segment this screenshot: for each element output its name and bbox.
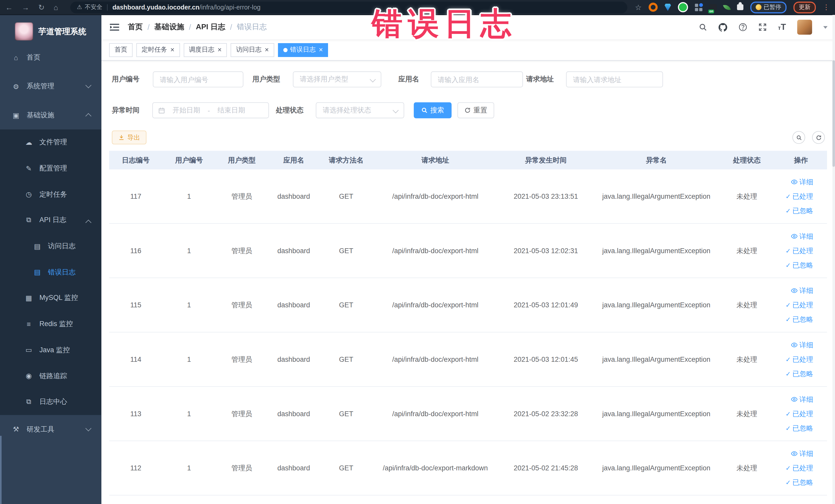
process-status-select[interactable]: 请选择处理状态 <box>316 102 404 118</box>
extension-orange-icon[interactable] <box>649 3 658 12</box>
check-icon: ✓ <box>786 425 791 431</box>
action-详细[interactable]: 详细 <box>791 177 813 187</box>
sidebar-item-首页[interactable]: ⌂首页 <box>0 43 101 72</box>
action-已忽略[interactable]: ✓已忽略 <box>786 423 813 433</box>
tab-close-icon[interactable]: × <box>170 46 175 54</box>
home-icon[interactable]: ⌂ <box>54 3 58 11</box>
tab-错误日志[interactable]: 错误日志× <box>278 43 328 57</box>
page-scrollbar-thumb[interactable] <box>832 60 835 167</box>
action-已处理[interactable]: ✓已处理 <box>786 409 813 419</box>
breadcrumb-item-基础设施[interactable]: 基础设施 <box>154 22 184 32</box>
paused-label: 已暂停 <box>763 3 781 11</box>
forward-icon[interactable]: → <box>22 3 29 11</box>
tab-close-icon[interactable]: × <box>218 46 222 54</box>
refresh-table-button[interactable] <box>812 131 825 144</box>
extension-green-icon[interactable] <box>678 2 688 12</box>
extension-shield-icon[interactable] <box>665 3 671 11</box>
action-已忽略[interactable]: ✓已忽略 <box>786 315 813 324</box>
export-button[interactable]: 导出 <box>112 130 147 144</box>
search-icon[interactable] <box>699 23 707 31</box>
bookmark-star-icon[interactable]: ☆ <box>635 3 642 11</box>
check-icon: ✓ <box>786 316 791 323</box>
chevron-down-icon <box>393 107 399 113</box>
cloud-icon: ☁ <box>24 138 33 146</box>
sidebar-item-Redis 监控[interactable]: ≡Redis 监控 <box>0 311 101 337</box>
request-url-input[interactable] <box>566 72 663 87</box>
cell-user_id: 1 <box>162 355 216 363</box>
error-log-table: 日志编号用户编号用户类型应用名请求方法名请求地址异常发生时间异常名处理状态操作 … <box>109 151 827 496</box>
action-详细[interactable]: 详细 <box>791 449 813 458</box>
font-size-icon[interactable]: тT <box>778 23 786 31</box>
sidebar-item-链路追踪[interactable]: ◉链路追踪 <box>0 363 101 389</box>
sidebar-item-研发工具[interactable]: ⚒研发工具 <box>0 415 101 444</box>
update-pill[interactable]: 更新 <box>793 1 816 13</box>
tab-调度日志[interactable]: 调度日志× <box>184 43 227 57</box>
action-已处理[interactable]: ✓已处理 <box>786 246 813 256</box>
page-scrollbar-track[interactable] <box>832 15 835 504</box>
sidebar-scrollbar-thumb[interactable] <box>0 436 2 504</box>
action-已处理[interactable]: ✓已处理 <box>786 191 813 201</box>
browser-menu-icon[interactable]: ⋮ <box>823 3 830 11</box>
action-已忽略[interactable]: ✓已忽略 <box>786 206 813 216</box>
breadcrumb-separator: / <box>148 23 150 31</box>
avatar-caret-down-icon[interactable] <box>823 26 828 28</box>
action-已忽略[interactable]: ✓已忽略 <box>786 478 813 487</box>
sidebar-item-定时任务[interactable]: ◷定时任务 <box>0 181 101 207</box>
tab-close-icon[interactable]: × <box>265 46 269 54</box>
extension-grid-icon[interactable] <box>695 3 702 11</box>
tab-访问日志[interactable]: 访问日志× <box>231 43 274 57</box>
request-url-label: 请求地址 <box>526 75 554 84</box>
paused-extension-pill[interactable]: 已暂停 <box>750 1 787 13</box>
column-header-操作: 操作 <box>775 155 827 165</box>
sidebar-menu: ⌂首页⚙系统管理▣基础设施☁文件管理✎配置管理◷定时任务⧉API 日志▤访问日志… <box>0 43 101 443</box>
action-已忽略[interactable]: ✓已忽略 <box>786 369 813 379</box>
sidebar-item-配置管理[interactable]: ✎配置管理 <box>0 155 101 181</box>
reload-icon[interactable]: ↻ <box>38 3 44 11</box>
address-bar[interactable]: ⚠ 不安全 dashboard.yudao.iocoder.cn/infra/l… <box>70 1 628 13</box>
app-name-input[interactable] <box>431 72 523 87</box>
help-icon[interactable] <box>738 23 747 31</box>
sidebar-item-MySQL 监控[interactable]: ▦MySQL 监控 <box>0 285 101 311</box>
sidebar-item-日志中心[interactable]: ⧉日志中心 <box>0 389 101 415</box>
sidebar-item-系统管理[interactable]: ⚙系统管理 <box>0 72 101 101</box>
sidebar-item-访问日志[interactable]: ▤访问日志 <box>0 233 101 259</box>
exception-time-range-picker[interactable]: 开始日期 - 结束日期 <box>152 102 269 118</box>
tab-close-icon[interactable]: × <box>319 46 323 54</box>
cell-exception: java.lang.IllegalArgumentException <box>594 410 719 418</box>
column-header-异常发生时间: 异常发生时间 <box>498 155 594 165</box>
user-avatar[interactable] <box>797 20 812 35</box>
action-详细[interactable]: 详细 <box>791 340 813 350</box>
user-id-input[interactable] <box>153 72 243 87</box>
action-详细[interactable]: 详细 <box>791 231 813 241</box>
toggle-search-button[interactable] <box>792 131 805 144</box>
cell-user_id: 1 <box>162 464 216 472</box>
user-type-label: 用户类型 <box>252 75 280 84</box>
user-type-select[interactable]: 请选择用户类型 <box>293 72 381 87</box>
sidebar-item-错误日志[interactable]: ▤错误日志 <box>0 259 101 285</box>
tabs-bar: 首页定时任务×调度日志×访问日志×错误日志× <box>101 40 835 61</box>
fullscreen-icon[interactable] <box>758 23 767 31</box>
action-已忽略[interactable]: ✓已忽略 <box>786 260 813 270</box>
action-详细[interactable]: 详细 <box>791 395 813 404</box>
sidebar-item-基础设施[interactable]: ▣基础设施 <box>0 101 101 129</box>
reset-button[interactable]: 重置 <box>457 102 494 118</box>
sidebar-item-API 日志[interactable]: ⧉API 日志 <box>0 207 101 233</box>
breadcrumb-item-API 日志[interactable]: API 日志 <box>196 22 225 32</box>
back-icon[interactable]: ← <box>5 3 13 11</box>
sidebar-item-Java 监控[interactable]: ▭Java 监控 <box>0 337 101 363</box>
search-button[interactable]: 搜索 <box>414 102 451 118</box>
collapse-sidebar-icon[interactable] <box>109 23 119 31</box>
action-已处理[interactable]: ✓已处理 <box>786 300 813 310</box>
extensions-puzzle-icon[interactable] <box>737 4 744 10</box>
extension-on-icon[interactable]: on <box>709 4 717 11</box>
tab-定时任务[interactable]: 定时任务× <box>136 43 180 57</box>
extension-leaf-icon[interactable] <box>723 3 731 11</box>
github-icon[interactable] <box>718 23 727 32</box>
tab-首页[interactable]: 首页 <box>109 43 133 57</box>
sidebar-item-文件管理[interactable]: ☁文件管理 <box>0 129 101 155</box>
check-icon: ✓ <box>786 479 791 485</box>
action-已处理[interactable]: ✓已处理 <box>786 463 813 473</box>
action-详细[interactable]: 详细 <box>791 286 813 295</box>
breadcrumb-item-首页[interactable]: 首页 <box>128 22 143 32</box>
action-已处理[interactable]: ✓已处理 <box>786 355 813 364</box>
